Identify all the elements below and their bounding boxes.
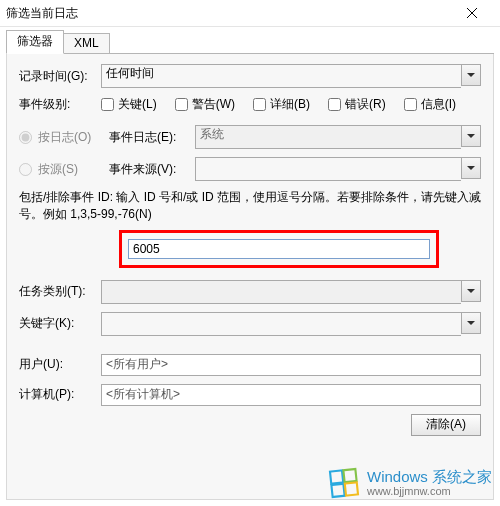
event-id-input[interactable] (128, 239, 430, 259)
chk-error-label: 错误(R) (345, 96, 386, 113)
tab-bar: 筛选器 XML (6, 31, 494, 54)
task-category-value (101, 280, 461, 304)
keywords-dropdown-button[interactable] (461, 312, 481, 334)
radio-by-log-label: 按日志(O) (38, 129, 91, 146)
logged-time-dropdown-button[interactable] (461, 64, 481, 86)
label-event-level: 事件级别: (19, 96, 101, 113)
row-by-source: 按源(S) 事件来源(V): (19, 157, 481, 181)
event-logs-dropdown-button[interactable] (461, 125, 481, 147)
task-category-dropdown-button[interactable] (461, 280, 481, 302)
label-computer: 计算机(P): (19, 386, 101, 403)
radio-by-source-label: 按源(S) (38, 161, 78, 178)
chevron-down-icon (467, 166, 475, 170)
chk-information-label: 信息(I) (421, 96, 456, 113)
row-clear: 清除(A) (19, 414, 481, 436)
event-id-highlight-box (119, 230, 439, 268)
logged-time-value: 任何时间 (101, 64, 461, 88)
row-keywords: 关键字(K): (19, 312, 481, 336)
window-title: 筛选当前日志 (6, 5, 450, 22)
radio-by-source[interactable]: 按源(S) (19, 161, 109, 178)
chk-error-box[interactable] (328, 98, 341, 111)
event-logs-value: 系统 (195, 125, 461, 149)
chk-information-box[interactable] (404, 98, 417, 111)
row-computer: 计算机(P): (19, 384, 481, 406)
event-sources-value (195, 157, 461, 181)
chk-verbose-box[interactable] (253, 98, 266, 111)
chk-verbose[interactable]: 详细(B) (253, 96, 310, 113)
chevron-down-icon (467, 134, 475, 138)
label-event-logs: 事件日志(E): (109, 129, 195, 146)
clear-button[interactable]: 清除(A) (411, 414, 481, 436)
task-category-select[interactable] (101, 280, 481, 304)
radio-by-log-input[interactable] (19, 131, 32, 144)
chk-critical-label: 关键(L) (118, 96, 157, 113)
chevron-down-icon (467, 289, 475, 293)
chk-error[interactable]: 错误(R) (328, 96, 386, 113)
form-panel: 记录时间(G): 任何时间 事件级别: 关键(L) (6, 54, 494, 500)
row-logged: 记录时间(G): 任何时间 (19, 64, 481, 88)
filter-dialog-window: 筛选当前日志 筛选器 XML 记录时间(G): 任何时间 (0, 0, 500, 506)
label-task-category: 任务类别(T): (19, 283, 101, 300)
chk-critical-box[interactable] (101, 98, 114, 111)
row-user: 用户(U): (19, 354, 481, 376)
chevron-down-icon (467, 321, 475, 325)
computer-input[interactable] (101, 384, 481, 406)
event-level-checkbox-group: 关键(L) 警告(W) 详细(B) 错误(R) (101, 96, 456, 113)
chk-warning[interactable]: 警告(W) (175, 96, 235, 113)
event-id-highlight (119, 230, 481, 268)
label-keywords: 关键字(K): (19, 315, 101, 332)
logged-time-select[interactable]: 任何时间 (101, 64, 481, 88)
event-id-description: 包括/排除事件 ID: 输入 ID 号和/或 ID 范围，使用逗号分隔。若要排除… (19, 189, 481, 224)
chk-warning-box[interactable] (175, 98, 188, 111)
keywords-value (101, 312, 461, 336)
radio-by-source-input[interactable] (19, 163, 32, 176)
row-event-level: 事件级别: 关键(L) 警告(W) 详细(B) (19, 96, 481, 113)
row-by-log: 按日志(O) 事件日志(E): 系统 (19, 125, 481, 149)
chk-verbose-label: 详细(B) (270, 96, 310, 113)
radio-by-log[interactable]: 按日志(O) (19, 129, 109, 146)
user-input[interactable] (101, 354, 481, 376)
tabs-area: 筛选器 XML (0, 27, 500, 54)
tab-xml[interactable]: XML (63, 33, 110, 53)
label-event-sources: 事件来源(V): (109, 161, 195, 178)
chk-information[interactable]: 信息(I) (404, 96, 456, 113)
row-task-category: 任务类别(T): (19, 280, 481, 304)
chk-critical[interactable]: 关键(L) (101, 96, 157, 113)
label-user: 用户(U): (19, 356, 101, 373)
event-logs-select[interactable]: 系统 (195, 125, 481, 149)
label-logged: 记录时间(G): (19, 68, 101, 85)
close-button[interactable] (450, 0, 494, 26)
tab-filter[interactable]: 筛选器 (6, 30, 64, 54)
keywords-select[interactable] (101, 312, 481, 336)
chk-warning-label: 警告(W) (192, 96, 235, 113)
titlebar: 筛选当前日志 (0, 0, 500, 27)
event-sources-select[interactable] (195, 157, 481, 181)
close-icon (467, 8, 477, 18)
chevron-down-icon (467, 73, 475, 77)
event-sources-dropdown-button[interactable] (461, 157, 481, 179)
